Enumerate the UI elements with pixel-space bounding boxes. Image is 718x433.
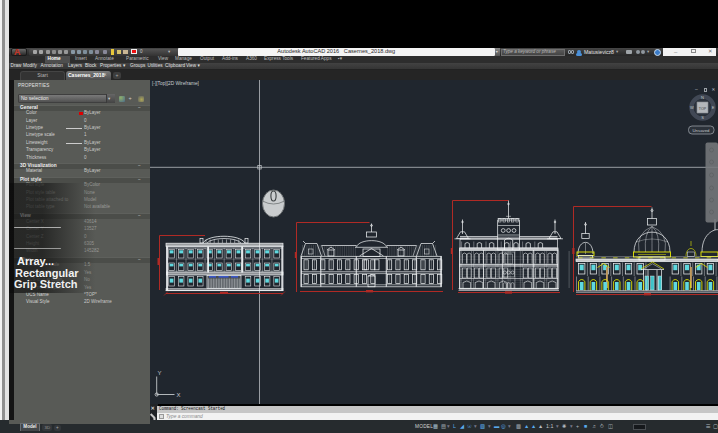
svg-text:E: E xyxy=(712,105,715,110)
svg-text:Y: Y xyxy=(158,370,162,376)
svg-text:W: W xyxy=(690,105,694,110)
svg-text:X: X xyxy=(177,392,181,398)
svg-text:TOP: TOP xyxy=(699,107,707,111)
svg-text:Unsaved: Unsaved xyxy=(693,128,711,133)
